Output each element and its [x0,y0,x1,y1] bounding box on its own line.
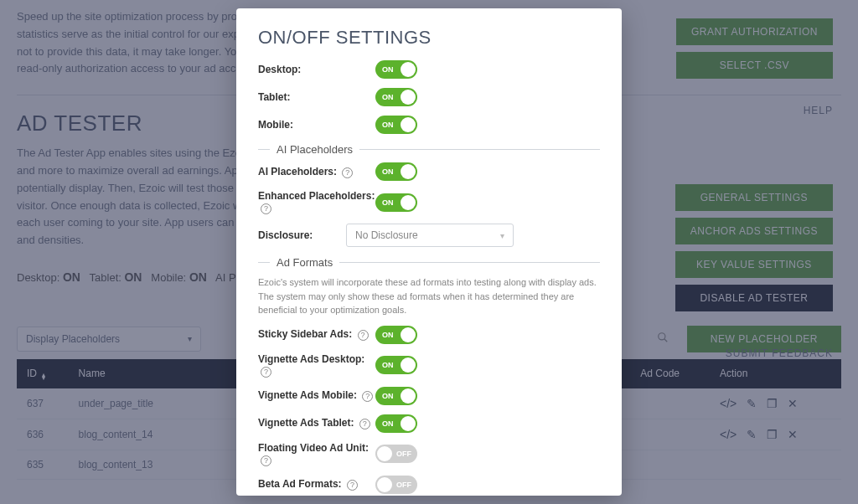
info-icon[interactable]: ? [359,419,370,429]
ai-placeholders-toggle[interactable]: ON [375,162,417,181]
info-icon[interactable]: ? [342,167,353,178]
modal-overlay: ON/OFF SETTINGS Desktop: ON Tablet: ON M… [0,0,858,504]
sticky-sidebar-toggle[interactable]: ON [375,326,417,344]
mobile-label: Mobile: [258,119,375,131]
info-icon[interactable]: ? [261,203,271,214]
mobile-toggle[interactable]: ON [375,116,417,134]
enhanced-placeholders-label: Enhanced Placeholders: ? [258,190,375,214]
info-icon[interactable]: ? [261,367,271,378]
tablet-toggle[interactable]: ON [375,88,417,106]
vignette-tablet-toggle[interactable]: ON [375,414,417,433]
info-icon[interactable]: ? [362,391,373,402]
vignette-desktop-label: Vignette Ads Desktop: ? [258,353,375,378]
ai-placeholders-label: AI Placeholders: ? [258,166,375,178]
desktop-label: Desktop: [258,64,375,75]
disclosure-select[interactable]: No Disclosure ▾ [346,224,514,247]
floating-video-toggle[interactable]: OFF [375,445,417,463]
desktop-toggle[interactable]: ON [375,60,417,79]
modal-title: ON/OFF SETTINGS [258,27,600,49]
beta-formats-toggle[interactable]: OFF [375,476,417,494]
floating-video-label: Floating Video Ad Unit: ? [258,442,375,466]
adformats-desc: Ezoic's system will incorporate these ad… [258,275,600,317]
adformats-section-label: Ad Formats [277,256,333,269]
info-icon[interactable]: ? [347,480,358,491]
vignette-mobile-toggle[interactable]: ON [375,387,417,405]
chevron-down-icon: ▾ [500,231,504,240]
ai-section-label: AI Placeholders [277,143,353,156]
tablet-label: Tablet: [258,91,375,103]
info-icon[interactable]: ? [358,330,369,341]
sticky-sidebar-label: Sticky Sidebar Ads: ? [258,328,375,341]
beta-formats-label: Beta Ad Formats: ? [258,478,375,491]
vignette-desktop-toggle[interactable]: ON [375,356,417,374]
disclosure-label: Disclosure: [258,229,346,241]
enhanced-placeholders-toggle[interactable]: ON [375,193,417,212]
vignette-mobile-label: Vignette Ads Mobile: ? [258,389,375,402]
info-icon[interactable]: ? [261,455,271,466]
settings-modal: ON/OFF SETTINGS Desktop: ON Tablet: ON M… [236,8,622,496]
vignette-tablet-label: Vignette Ads Tablet: ? [258,417,375,429]
